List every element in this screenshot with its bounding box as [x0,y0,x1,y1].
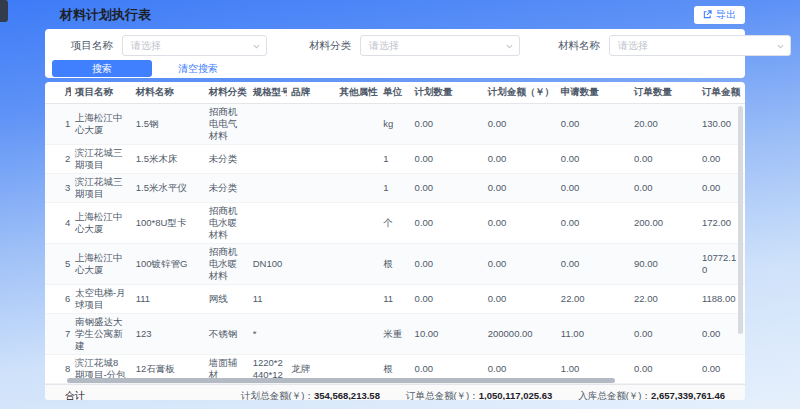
material-category-label: 材料分类 [285,39,351,53]
cell-material: 100镀锌管G [132,243,205,284]
cell-other-attr [335,284,379,313]
cell-order-qty: 0.00 [630,313,698,354]
cell-material: 1.5钢 [132,103,205,144]
chevron-down-icon [777,44,784,49]
col-header-spec: 规格型号 [249,82,288,103]
filter-field-material-category: 材料分类 请选择 [285,35,520,56]
materials-table: 序号 项目名称 材料名称 材料分类 规格型号 品牌 其他属性 单位 计划数量 计… [45,82,745,400]
cell-brand [287,144,335,173]
horizontal-scrollbar[interactable] [67,378,615,383]
cell-spec: DN100 [249,243,288,284]
table-row[interactable]: 2 滨江花城三期项目 1.5米木床 未分类 1 0.00 0.00 0.00 0… [45,144,745,173]
cell-brand [287,103,335,144]
cell-category: 招商机电水暖材料 [205,202,249,243]
cell-material: 1.5米水平仪 [132,173,205,202]
cell-index: 3 [45,173,71,202]
filter-actions-row: 搜索 清空搜索 [47,60,727,77]
cell-other-attr [335,103,379,144]
cell-order-qty: 90.00 [630,243,698,284]
table-header: 序号 项目名称 材料名称 材料分类 规格型号 品牌 其他属性 单位 计划数量 计… [45,82,745,103]
cell-unit: 1 [379,144,410,173]
clear-search-link[interactable]: 清空搜索 [178,62,218,76]
cell-index: 5 [45,243,71,284]
title-bar: 材料计划执行表 导出 [45,0,745,29]
table-row[interactable]: 6 太空电梯-月球项目 111 网线 11 11 0.00 0.00 22.00… [45,284,745,313]
cell-project: 上海松江中心大厦 [71,103,132,144]
cell-material: 100*8U型卡 [132,202,205,243]
cell-other-attr [335,144,379,173]
cell-plan-qty: 10.00 [411,313,484,354]
filter-panel: 项目名称 请选择 材料分类 请选择 材料名称 请选择 [45,29,745,78]
material-category-select[interactable]: 请选择 [360,35,520,56]
cell-brand [287,313,335,354]
page-title: 材料计划执行表 [60,6,151,24]
col-header-index: 序号 [45,82,71,103]
cell-category: 未分类 [205,144,249,173]
cell-other-attr [335,173,379,202]
cell-unit: 根 [379,243,410,284]
chevron-down-icon [506,44,513,49]
cell-order-qty: 20.00 [630,103,698,144]
sidebar-toggle-handle[interactable] [0,0,8,22]
cell-plan-amount: 0.00 [484,144,557,173]
cell-unit: 11 [379,284,410,313]
cell-spec: 11 [249,284,288,313]
cell-spec: * [249,313,288,354]
col-header-project: 项目名称 [71,82,132,103]
export-button-label: 导出 [716,8,736,22]
cell-plan-amount: 0.00 [484,202,557,243]
table-row[interactable]: 7 南钢盛达大学生公寓新建 123 不锈钢 * 米重 10.00 200000.… [45,313,745,354]
chevron-down-icon [253,44,260,49]
cell-spec [249,103,288,144]
cell-apply-qty: 11.00 [557,313,630,354]
export-button[interactable]: 导出 [694,6,745,24]
summary-totals: 计划总金额(￥)：354,568,213.58 订单总金额(￥)：1,050,1… [241,390,725,401]
col-header-other-attr: 其他属性 [335,82,379,103]
material-category-placeholder: 请选择 [369,39,399,53]
cell-index: 2 [45,144,71,173]
cell-project: 滨江花城三期项目 [71,144,132,173]
filter-row: 项目名称 请选择 材料分类 请选择 材料名称 请选择 [47,35,727,56]
cell-spec [249,144,288,173]
plan-total-label: 计划总金额(￥)： [241,390,314,401]
search-button[interactable]: 搜索 [52,60,152,77]
col-header-unit: 单位 [379,82,410,103]
cell-order-qty: 200.00 [630,202,698,243]
cell-index: 6 [45,284,71,313]
cell-apply-qty: 0.00 [557,243,630,284]
material-name-label: 材料名称 [534,39,600,53]
cell-material: 111 [132,284,205,313]
vertical-scrollbar[interactable] [738,106,743,334]
cell-project: 南钢盛达大学生公寓新建 [71,313,132,354]
table-row[interactable]: 1 上海松江中心大厦 1.5钢 招商机电电气材料 kg 0.00 0.00 0.… [45,103,745,144]
cell-plan-amount: 0.00 [484,103,557,144]
cell-plan-qty: 0.00 [411,284,484,313]
cell-unit: 个 [379,202,410,243]
cell-brand [287,173,335,202]
col-header-plan-qty: 计划数量 [411,82,484,103]
material-name-select[interactable]: 请选择 [609,35,791,56]
cell-other-attr [335,243,379,284]
cell-plan-qty: 0.00 [411,173,484,202]
project-name-label: 项目名称 [47,39,113,53]
inbound-total-label: 入库总金额(￥)： [578,390,651,401]
col-header-apply-qty: 申请数量 [557,82,630,103]
cell-apply-qty: 0.00 [557,173,630,202]
cell-category: 招商机电电气材料 [205,103,249,144]
project-name-select[interactable]: 请选择 [122,35,267,56]
filter-field-project-name: 项目名称 请选择 [47,35,267,56]
cell-other-attr [335,313,379,354]
cell-project: 上海松江中心大厦 [71,202,132,243]
table-row[interactable]: 4 上海松江中心大厦 100*8U型卡 招商机电水暖材料 个 0.00 0.00… [45,202,745,243]
table-row[interactable]: 5 上海松江中心大厦 100镀锌管G 招商机电水暖材料 DN100 根 0.00… [45,243,745,284]
summary-row: 合计 计划总金额(￥)：354,568,213.58 订单总金额(￥)：1,05… [45,384,745,400]
cell-category: 不锈钢 [205,313,249,354]
cell-plan-amount: 200000.00 [484,313,557,354]
order-total-amount: 订单总金额(￥)：1,050,117,025.63 [406,390,552,401]
plan-total-value: 354,568,213.58 [314,390,380,401]
cell-project: 滨江花城三期项目 [71,173,132,202]
cell-apply-qty: 0.00 [557,202,630,243]
cell-plan-qty: 0.00 [411,103,484,144]
table-row[interactable]: 3 滨江花城三期项目 1.5米水平仪 未分类 1 0.00 0.00 0.00 … [45,173,745,202]
order-total-label: 订单总金额(￥)： [406,390,479,401]
